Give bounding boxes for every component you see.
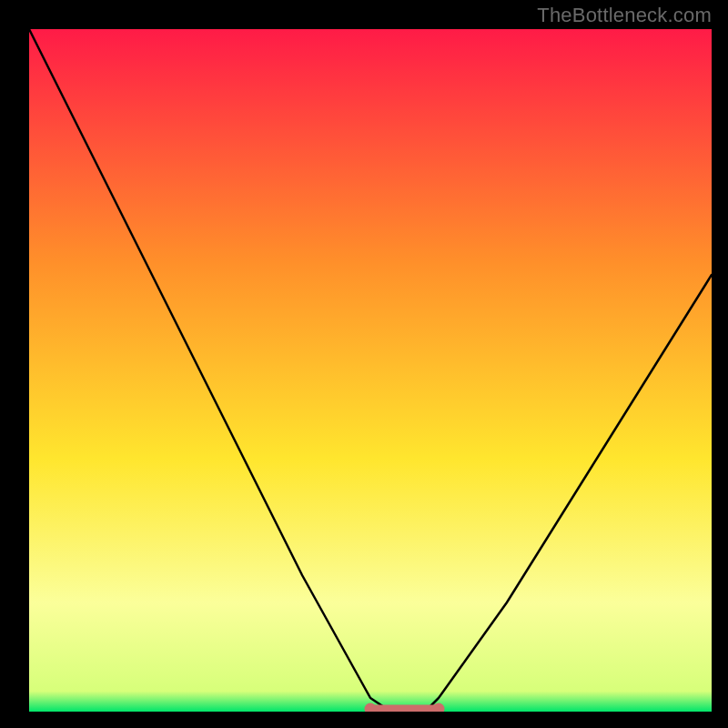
watermark-label: TheBottleneck.com xyxy=(537,4,712,27)
gradient-background xyxy=(29,29,712,712)
bottleneck-plot xyxy=(0,0,728,728)
chart-frame: { "watermark": "TheBottleneck.com", "col… xyxy=(0,0,728,728)
highlight-end-dot xyxy=(433,703,445,715)
highlight-end-dot xyxy=(365,703,377,715)
